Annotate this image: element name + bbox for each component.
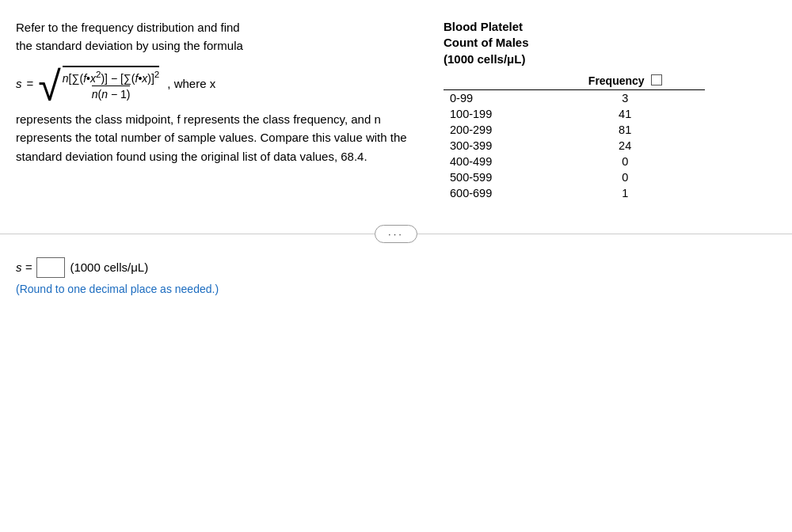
formula-block: s = √ n[∑(f•x2)] − [∑(f•x)]2 n(n − 1) , … (16, 63, 420, 104)
answer-unit: (1000 cells/μL) (70, 260, 148, 274)
table-row: 500-5990 (444, 169, 705, 185)
cell-range: 400-499 (444, 154, 545, 169)
radical-container: √ n[∑(f•x2)] − [∑(f•x)]2 n(n − 1) (38, 63, 159, 104)
cell-range: 600-699 (444, 185, 545, 201)
radical-symbol: √ (38, 66, 61, 107)
formula-equals: = (27, 77, 34, 90)
cell-frequency: 24 (545, 138, 705, 154)
cell-range: 0-99 (444, 89, 545, 106)
cell-range: 500-599 (444, 169, 545, 185)
description-text: represents the class midpoint, f represe… (16, 110, 420, 165)
expand-button[interactable]: ··· (375, 225, 417, 243)
cell-frequency: 1 (545, 185, 705, 201)
frequency-icon (651, 74, 662, 86)
numerator: n[∑(f•x2)] − [∑(f•x)]2 (63, 69, 160, 86)
table-title: Blood Platelet Count of Males (1000 cell… (444, 19, 705, 67)
table-row: 100-19941 (444, 106, 705, 122)
col-header-range (444, 72, 545, 90)
round-note: (Round to one decimal place as needed.) (16, 283, 776, 295)
table-row: 400-4990 (444, 154, 705, 169)
fraction-container: n[∑(f•x2)] − [∑(f•x)]2 n(n − 1) (63, 66, 160, 101)
table-row: 200-29981 (444, 122, 705, 138)
denominator: n(n − 1) (92, 86, 131, 101)
answer-row: s = (1000 cells/μL) (16, 257, 776, 278)
problem-line1: Refer to the frequency distribution and … (16, 21, 240, 34)
col-header-frequency: Frequency (545, 72, 705, 90)
cell-frequency: 81 (545, 122, 705, 138)
table-row: 600-6991 (444, 185, 705, 201)
right-panel: Blood Platelet Count of Males (1000 cell… (436, 19, 705, 201)
answer-s-label: s = (16, 260, 32, 274)
cell-range: 100-199 (444, 106, 545, 122)
cell-frequency: 0 (545, 169, 705, 185)
where-x-label: , where x (167, 77, 215, 90)
problem-line2: the standard deviation by using the form… (16, 39, 243, 52)
table-row: 0-993 (444, 89, 705, 106)
table-row: 300-39924 (444, 138, 705, 154)
formula-s: s (16, 77, 22, 90)
left-panel: Refer to the frequency distribution and … (16, 19, 436, 201)
cell-range: 300-399 (444, 138, 545, 154)
cell-frequency: 41 (545, 106, 705, 122)
bottom-section: s = (1000 cells/μL) (Round to one decima… (0, 243, 792, 311)
frequency-table: Frequency 0-993100-19941200-29981300-399… (444, 72, 705, 201)
cell-frequency: 0 (545, 154, 705, 169)
answer-input[interactable] (36, 257, 65, 278)
problem-text: Refer to the frequency distribution and … (16, 19, 420, 55)
cell-range: 200-299 (444, 122, 545, 138)
cell-frequency: 3 (545, 89, 705, 106)
